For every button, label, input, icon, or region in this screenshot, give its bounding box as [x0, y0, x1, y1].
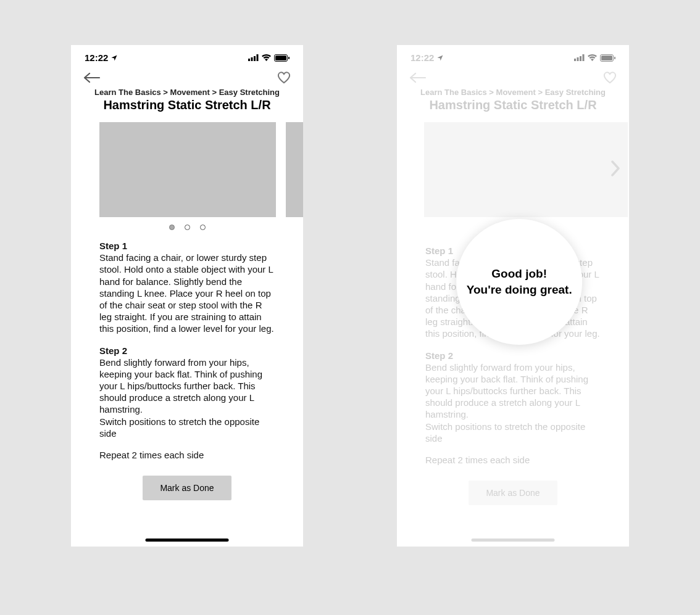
status-time-group: 12:22 — [85, 52, 118, 63]
svg-rect-1 — [251, 57, 253, 61]
phone-screen-right: 12:22 — [397, 45, 629, 547]
status-right-icons — [248, 54, 290, 62]
step-2-heading: Step 2 — [99, 345, 275, 357]
svg-rect-8 — [577, 57, 579, 61]
wifi-icon — [262, 54, 271, 61]
signal-icon — [574, 54, 585, 61]
repeat-text: Repeat 2 times each side — [99, 449, 275, 461]
battery-icon — [600, 54, 615, 62]
carousel-dot-2[interactable] — [185, 225, 190, 230]
page-title: Hamstring Static Stretch L/R — [397, 98, 629, 112]
page-title: Hamstring Static Stretch L/R — [71, 98, 303, 112]
success-popup: Good job! You're doing great. — [456, 219, 582, 345]
phone-screen-left: 12:22 — [71, 45, 303, 547]
popup-line-1: Good job! — [491, 266, 547, 282]
carousel-next-button[interactable] — [610, 160, 620, 179]
svg-rect-2 — [254, 56, 256, 61]
status-bar: 12:22 — [397, 45, 629, 68]
image-carousel[interactable] — [397, 122, 629, 217]
svg-rect-7 — [574, 59, 576, 61]
arrow-left-icon — [83, 73, 101, 83]
back-button[interactable] — [83, 73, 101, 85]
back-button[interactable] — [409, 73, 427, 85]
carousel-dot-1[interactable] — [169, 225, 175, 230]
nav-row — [71, 68, 303, 88]
status-time: 12:22 — [410, 52, 434, 63]
status-time: 12:22 — [85, 52, 108, 63]
arrow-left-icon — [409, 73, 427, 83]
battery-icon — [274, 54, 290, 62]
carousel-slide — [286, 122, 303, 217]
home-indicator[interactable] — [472, 539, 555, 542]
location-icon — [436, 54, 444, 62]
done-button-wrap: Mark as Done — [71, 476, 303, 500]
carousel-dot-3[interactable] — [200, 225, 206, 230]
status-time-group: 12:22 — [410, 52, 444, 63]
svg-rect-9 — [580, 56, 581, 61]
step-2-body: Bend slightly forward from your hips, ke… — [99, 357, 275, 439]
svg-rect-6 — [288, 57, 290, 59]
carousel-dots — [71, 225, 303, 230]
image-carousel[interactable] — [71, 122, 303, 217]
breadcrumb: Learn The Basics > Movement > Easy Stret… — [71, 88, 303, 97]
heart-icon — [603, 72, 617, 84]
wifi-icon — [588, 54, 597, 61]
svg-rect-12 — [601, 56, 612, 60]
carousel-slide — [99, 122, 276, 217]
step-2-heading: Step 2 — [425, 350, 601, 361]
favorite-button[interactable] — [603, 72, 617, 86]
svg-rect-5 — [275, 56, 286, 60]
step-2-body: Bend slightly forward from your hips, ke… — [425, 361, 601, 444]
status-right-icons — [574, 54, 615, 62]
instruction-content: Step 1 Stand facing a chair, or lower st… — [71, 230, 303, 461]
svg-rect-13 — [614, 57, 615, 59]
popup-line-2: You're doing great. — [467, 282, 572, 298]
breadcrumb: Learn The Basics > Movement > Easy Stret… — [397, 88, 629, 97]
mark-done-button[interactable]: Mark as Done — [469, 481, 557, 505]
done-button-wrap: Mark as Done — [397, 481, 629, 505]
status-bar: 12:22 — [71, 45, 303, 68]
signal-icon — [248, 54, 259, 61]
svg-rect-10 — [583, 54, 585, 61]
step-1-body: Stand facing a chair, or lower sturdy st… — [99, 252, 275, 334]
home-indicator[interactable] — [146, 539, 229, 542]
nav-row — [397, 68, 629, 88]
svg-rect-0 — [248, 59, 250, 61]
step-1-heading: Step 1 — [99, 240, 275, 252]
location-icon — [110, 54, 118, 62]
heart-icon — [277, 72, 291, 84]
mark-done-button[interactable]: Mark as Done — [143, 476, 231, 500]
svg-rect-3 — [257, 54, 259, 61]
chevron-right-icon — [610, 160, 620, 176]
favorite-button[interactable] — [277, 72, 291, 86]
repeat-text: Repeat 2 times each side — [425, 454, 601, 466]
carousel-slide — [424, 122, 628, 217]
